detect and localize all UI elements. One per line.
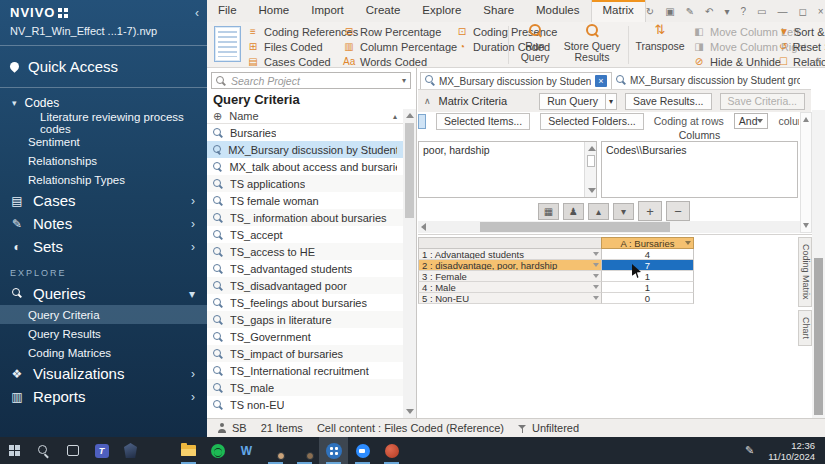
ribbon-tab[interactable]: Modules xyxy=(525,0,590,22)
columns-list[interactable]: Codes\\Bursaries xyxy=(601,141,798,198)
sidebar-section-queries[interactable]: Queries ▾ xyxy=(0,282,207,305)
window-control-icon[interactable]: ◻ xyxy=(798,6,806,17)
filter-icon[interactable] xyxy=(685,241,691,245)
window-control-icon[interactable]: ▾ xyxy=(724,6,729,17)
sidebar-section[interactable]: ▥ Reports › xyxy=(0,385,207,408)
row-header-cell[interactable]: 3 : Female xyxy=(418,271,601,282)
matrix-style-icon[interactable] xyxy=(214,26,241,62)
query-list-item[interactable]: TS_ information about bursaries xyxy=(207,209,403,226)
criteria-tool-button[interactable]: + xyxy=(638,201,662,221)
filter-icon[interactable] xyxy=(593,252,599,256)
taskbar-icon[interactable] xyxy=(174,437,203,464)
collapse-criteria-icon[interactable]: ∧ xyxy=(424,96,431,106)
query-list-item[interactable]: TS_Government xyxy=(207,328,403,345)
sidebar-subitem[interactable]: Sentiment xyxy=(0,132,207,151)
sidebar-subitem[interactable]: Query Criteria xyxy=(0,305,207,324)
window-control-icon[interactable]: ✎ xyxy=(686,6,694,17)
query-list-item[interactable]: TS_feelings about bursaries xyxy=(207,294,403,311)
navigator-scrollbar[interactable] xyxy=(403,109,416,418)
filter-icon[interactable] xyxy=(593,263,599,267)
sidebar-section[interactable]: ◐ Sets › xyxy=(0,235,207,258)
pen-workspace-icon[interactable]: ✎ xyxy=(745,444,754,457)
horizontal-scrollbar[interactable] xyxy=(418,221,808,233)
taskbar-icon[interactable] xyxy=(29,437,58,464)
sidebar-subitem[interactable]: Relationships xyxy=(0,151,207,170)
window-control-icon[interactable]: ↶ xyxy=(705,6,713,17)
sidebar-section[interactable]: ▤ Cases › xyxy=(0,189,207,212)
query-list-item[interactable]: MX_talk about access and bursaries xyxy=(207,158,403,175)
taskbar-icon[interactable] xyxy=(203,437,232,464)
scroll-up-icon[interactable] xyxy=(803,117,809,122)
ribbon-tab[interactable]: Create xyxy=(355,0,412,22)
ribbon-tab[interactable]: Explore xyxy=(411,0,472,22)
scroll-down-icon[interactable] xyxy=(803,223,809,228)
query-list-item[interactable]: TS female woman xyxy=(207,192,403,209)
query-list-item[interactable]: TS_disadvantaged poor xyxy=(207,277,403,294)
run-query-button[interactable]: Run Query xyxy=(539,93,606,110)
matrix-cell[interactable]: 1 xyxy=(601,271,694,282)
scroll-left-icon[interactable] xyxy=(421,223,426,231)
scroll-down-icon[interactable] xyxy=(588,188,596,193)
ribbon-collapse-icon[interactable]: ∧ xyxy=(814,55,821,65)
taskbar-icon[interactable] xyxy=(58,437,87,464)
sidebar-subitem[interactable]: Query Results xyxy=(0,324,207,343)
store-query-results-button[interactable]: Store Query Results xyxy=(559,24,625,63)
taskbar-icon[interactable] xyxy=(145,437,174,464)
sidebar-subitem[interactable]: Coding Matrices xyxy=(0,343,207,362)
rows-list-scrollbar[interactable] xyxy=(584,142,596,197)
sidebar-section[interactable]: ✎ Notes › xyxy=(0,212,207,235)
query-list-item[interactable]: TS_male xyxy=(207,379,403,396)
matrix-cell[interactable]: 0 xyxy=(601,293,694,304)
criteria-tool-button[interactable]: ▾ xyxy=(613,203,634,220)
criteria-tool-button[interactable]: ▴ xyxy=(588,203,609,220)
query-list-item[interactable]: TS_gaps in literature xyxy=(207,311,403,328)
search-dropdown-icon[interactable]: ▾ xyxy=(402,76,406,85)
query-list-item[interactable]: TS_accept xyxy=(207,226,403,243)
ribbon-toggle[interactable]: ≡ Coding References xyxy=(247,24,358,39)
ribbon-toggle[interactable]: ▥ Column Percentage xyxy=(343,39,457,54)
save-results-button[interactable]: Save Results... xyxy=(625,93,712,110)
window-control-icon[interactable]: ▭ xyxy=(757,6,766,17)
document-tab[interactable]: MX_Bursary discussion by Student groups … xyxy=(420,72,612,89)
ribbon-tab[interactable]: File xyxy=(207,0,248,22)
search-project-input[interactable]: Search Project ▾ xyxy=(211,72,411,89)
matrix-cell[interactable]: 4 xyxy=(601,249,694,260)
sidebar-item-quick-access[interactable]: Quick Access xyxy=(0,46,207,88)
taskbar-clock[interactable]: 12:36 11/10/2024 xyxy=(768,440,815,462)
ribbon-toggle[interactable]: ⊟ Row Percentage xyxy=(343,24,457,39)
matrix-cell[interactable]: 1 xyxy=(601,282,694,293)
window-control-icon[interactable]: ? xyxy=(740,6,746,17)
name-column-header[interactable]: ⊕ Name ▴ xyxy=(207,109,403,124)
query-list-item[interactable]: TS_International recruitment xyxy=(207,362,403,379)
scroll-up-icon[interactable] xyxy=(588,146,596,151)
sidebar-item-codes[interactable]: ▾ Codes xyxy=(0,88,207,113)
taskbar-icon[interactable] xyxy=(377,437,406,464)
taskbar-icon[interactable] xyxy=(232,437,261,464)
sidebar-collapse-button[interactable]: ‹ xyxy=(195,6,199,20)
ribbon-tab[interactable]: Home xyxy=(248,0,301,22)
query-list-item[interactable]: TS_advantaged students xyxy=(207,260,403,277)
ribbon-toggle[interactable]: ▤ Cases Coded xyxy=(247,54,358,67)
query-list-item[interactable]: MX_Bursary discussion by Student groups xyxy=(207,141,403,158)
view-tab[interactable]: Coding Matrix xyxy=(798,237,812,307)
selected-folders-button[interactable]: Selected Folders... xyxy=(540,113,644,130)
criteria-tool-button[interactable]: ♟ xyxy=(563,203,584,220)
run-query-dropdown-icon[interactable]: ▾ xyxy=(606,93,617,110)
filter-icon[interactable] xyxy=(593,296,599,300)
panel-scrollbar[interactable] xyxy=(812,110,825,418)
row-header-cell[interactable]: 5 : Non-EU xyxy=(418,293,601,304)
criteria-scrollbar[interactable] xyxy=(800,112,812,233)
taskbar-icon[interactable] xyxy=(87,437,116,464)
window-control-icon[interactable]: — xyxy=(777,6,787,17)
query-list-item[interactable]: TS applications xyxy=(207,175,403,192)
transpose-button[interactable]: ⇅ Transpose xyxy=(632,24,688,52)
window-control-icon[interactable]: ▣ xyxy=(665,6,674,17)
row-header-cell[interactable]: 4 : Male xyxy=(418,282,601,293)
taskbar-icon[interactable] xyxy=(290,437,319,464)
row-header-cell[interactable]: 2 : disadvantage, poor, hardship xyxy=(418,260,601,271)
filter-icon[interactable] xyxy=(593,285,599,289)
selected-items-button[interactable]: Selected Items... xyxy=(436,113,530,130)
scroll-thumb[interactable] xyxy=(587,155,595,167)
query-list-item[interactable]: TS_access to HE xyxy=(207,243,403,260)
query-list-item[interactable]: Bursaries xyxy=(207,124,403,141)
